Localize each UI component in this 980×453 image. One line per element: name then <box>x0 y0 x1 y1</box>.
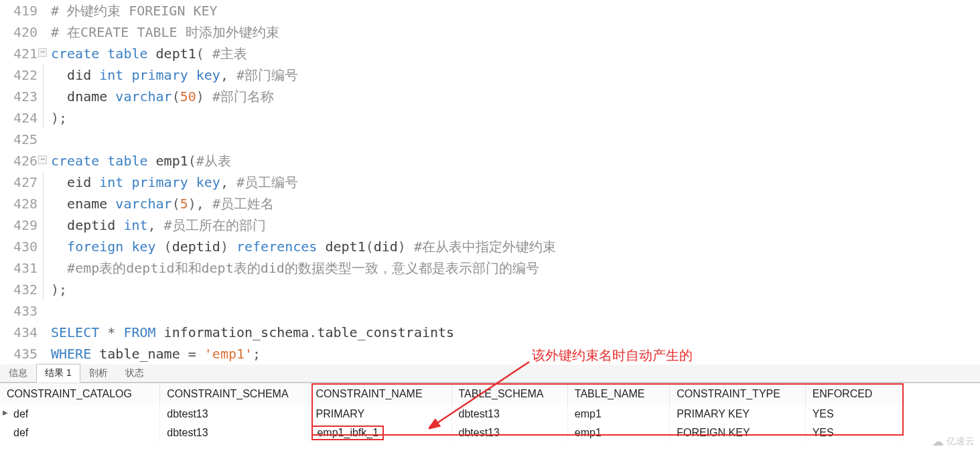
table-cell[interactable]: dbtest13 <box>160 424 309 442</box>
table-cell[interactable]: PRIMARY <box>309 405 451 424</box>
code-content[interactable]: foreign key (deptid) references dept1(di… <box>40 236 556 257</box>
editor-line[interactable]: 429 deptid int, #员工所在的部门 <box>0 214 980 236</box>
editor-line[interactable]: 426−create table emp1(#从表 <box>0 150 980 172</box>
table-cell[interactable]: def <box>0 424 160 442</box>
tab-result-1[interactable]: 结果 1 <box>36 364 80 383</box>
fold-bar <box>43 279 44 300</box>
code-content[interactable]: # 外键约束 FOREIGN KEY <box>40 0 218 21</box>
editor-line[interactable]: 424); <box>0 107 980 129</box>
line-number: 434 <box>0 322 40 343</box>
code-content[interactable]: create table emp1(#从表 <box>40 150 231 172</box>
line-number: 428 <box>0 193 40 214</box>
fold-toggle-icon[interactable]: − <box>38 48 47 57</box>
code-content[interactable]: eid int primary key, #员工编号 <box>40 172 298 193</box>
line-number: 427 <box>0 172 40 193</box>
line-number: 423 <box>0 86 40 107</box>
code-content[interactable]: did int primary key, #部门编号 <box>40 64 298 86</box>
table-cell[interactable]: dbtest13 <box>451 405 567 424</box>
column-header[interactable]: ENFORCED <box>805 383 903 405</box>
editor-line[interactable]: 422 did int primary key, #部门编号 <box>0 64 980 86</box>
column-header[interactable]: CONSTRAINT_CATALOG <box>0 383 160 405</box>
tab-profile[interactable]: 剖析 <box>80 364 117 382</box>
column-header[interactable]: CONSTRAINT_NAME <box>309 383 451 405</box>
line-number: 425 <box>0 129 40 150</box>
code-content[interactable]: ); <box>40 107 67 129</box>
table-row[interactable]: defdbtest13emp1_ibfk_1dbtest13emp1FOREIG… <box>0 424 904 442</box>
result-header-row: CONSTRAINT_CATALOGCONSTRAINT_SCHEMACONST… <box>0 383 904 405</box>
editor-line[interactable]: 434SELECT * FROM information_schema.tabl… <box>0 322 980 343</box>
watermark-text: 亿速云 <box>947 436 975 448</box>
code-content[interactable]: create table dept1( #主表 <box>40 43 247 64</box>
line-number: 424 <box>0 107 40 129</box>
fold-bar <box>43 172 44 193</box>
table-cell[interactable]: PRIMARY KEY <box>670 405 805 424</box>
line-number: 433 <box>0 300 40 322</box>
code-content[interactable]: deptid int, #员工所在的部门 <box>40 214 266 236</box>
line-number: 431 <box>0 257 40 279</box>
table-cell[interactable]: emp1 <box>567 424 669 442</box>
fold-bar <box>43 64 44 86</box>
table-cell[interactable]: YES <box>805 424 903 442</box>
result-table[interactable]: CONSTRAINT_CATALOGCONSTRAINT_SCHEMACONST… <box>0 383 904 442</box>
result-tabs-bar: 信息 结果 1 剖析 状态 <box>0 365 980 383</box>
fold-bar <box>43 107 44 129</box>
line-number: 435 <box>0 343 40 365</box>
editor-line[interactable]: 430 foreign key (deptid) references dept… <box>0 236 980 257</box>
row-indicator-icon: ▶ <box>3 409 8 416</box>
table-cell[interactable]: emp1_ibfk_1 <box>309 424 451 442</box>
editor-line[interactable]: 427 eid int primary key, #员工编号 <box>0 172 980 193</box>
table-cell[interactable]: FOREIGN KEY <box>670 424 805 442</box>
table-cell[interactable]: ▶def <box>0 405 160 424</box>
editor-line[interactable]: 420# 在CREATE TABLE 时添加外键约束 <box>0 21 980 43</box>
line-number: 432 <box>0 279 40 300</box>
table-cell[interactable]: emp1 <box>567 405 669 424</box>
editor-line[interactable]: 421−create table dept1( #主表 <box>0 43 980 64</box>
line-number: 430 <box>0 236 40 257</box>
fold-bar <box>43 86 44 107</box>
code-content[interactable]: #emp表的deptid和和dept表的did的数据类型一致，意义都是表示部门的… <box>40 257 539 279</box>
column-header[interactable]: CONSTRAINT_TYPE <box>670 383 805 405</box>
fold-bar <box>43 257 44 279</box>
column-header[interactable]: TABLE_NAME <box>567 383 669 405</box>
code-content[interactable]: ); <box>40 279 67 300</box>
watermark: ☁ 亿速云 <box>932 434 975 449</box>
line-number: 426− <box>0 150 40 172</box>
fold-bar <box>43 193 44 214</box>
sql-editor[interactable]: 419# 外键约束 FOREIGN KEY420# 在CREATE TABLE … <box>0 0 980 365</box>
code-content[interactable]: WHERE table_name = 'emp1'; <box>40 343 261 365</box>
table-cell[interactable]: dbtest13 <box>451 424 567 442</box>
code-content[interactable]: # 在CREATE TABLE 时添加外键约束 <box>40 21 279 43</box>
table-cell[interactable]: YES <box>805 405 903 424</box>
editor-line[interactable]: 433 <box>0 300 980 322</box>
column-header[interactable]: CONSTRAINT_SCHEMA <box>160 383 309 405</box>
editor-line[interactable]: 425 <box>0 129 980 150</box>
tab-status[interactable]: 状态 <box>117 364 153 382</box>
cloud-icon: ☁ <box>932 434 944 449</box>
editor-line[interactable]: 432); <box>0 279 980 300</box>
editor-line[interactable]: 428 ename varchar(5), #员工姓名 <box>0 193 980 214</box>
code-content[interactable]: ename varchar(5), #员工姓名 <box>40 193 274 214</box>
table-row[interactable]: ▶defdbtest13PRIMARYdbtest13emp1PRIMARY K… <box>0 405 904 424</box>
line-number: 421− <box>0 43 40 64</box>
tab-info[interactable]: 信息 <box>0 364 36 382</box>
result-panel: CONSTRAINT_CATALOGCONSTRAINT_SCHEMACONST… <box>0 383 980 442</box>
fold-bar <box>43 214 44 236</box>
line-number: 420 <box>0 21 40 43</box>
highlighted-cell: emp1_ibfk_1 <box>311 426 384 440</box>
line-number: 422 <box>0 64 40 86</box>
code-content[interactable]: SELECT * FROM information_schema.table_c… <box>40 322 454 343</box>
code-content[interactable]: dname varchar(50) #部门名称 <box>40 86 274 107</box>
fold-bar <box>43 236 44 257</box>
line-number: 429 <box>0 214 40 236</box>
editor-line[interactable]: 431 #emp表的deptid和和dept表的did的数据类型一致，意义都是表… <box>0 257 980 279</box>
column-header[interactable]: TABLE_SCHEMA <box>451 383 567 405</box>
editor-line[interactable]: 435WHERE table_name = 'emp1'; <box>0 343 980 365</box>
fold-toggle-icon[interactable]: − <box>38 155 47 164</box>
table-cell[interactable]: dbtest13 <box>160 405 309 424</box>
editor-line[interactable]: 419# 外键约束 FOREIGN KEY <box>0 0 980 21</box>
line-number: 419 <box>0 0 40 21</box>
editor-line[interactable]: 423 dname varchar(50) #部门名称 <box>0 86 980 107</box>
